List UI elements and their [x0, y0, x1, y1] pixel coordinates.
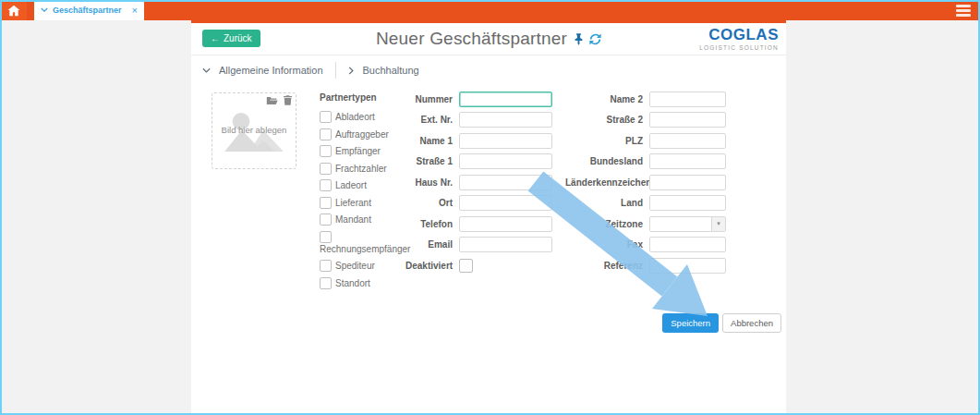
- email-input[interactable]: [459, 237, 552, 252]
- divider: [335, 62, 336, 79]
- ort-input[interactable]: [459, 195, 552, 211]
- field-label: Ort: [405, 198, 453, 208]
- checkbox[interactable]: [320, 197, 332, 209]
- nummer-input[interactable]: [459, 92, 552, 107]
- section-label: Buchhaltung: [363, 65, 419, 76]
- plz-input[interactable]: [649, 133, 726, 149]
- checkbox[interactable]: [320, 277, 332, 289]
- close-icon[interactable]: ×: [132, 6, 138, 16]
- checkbox[interactable]: [320, 214, 332, 226]
- name1-input[interactable]: [459, 133, 552, 149]
- form-column-left: Nummer Ext. Nr. Name 1 Straße 1 Haus Nr.…: [405, 89, 552, 276]
- fax-input[interactable]: [649, 237, 726, 252]
- field-label: Telefon: [405, 219, 453, 229]
- bundesland-input[interactable]: [649, 153, 726, 169]
- field-label: PLZ: [565, 136, 643, 146]
- page-title: Neuer Geschäftspartner: [376, 29, 567, 49]
- pin-icon[interactable]: [574, 33, 584, 45]
- tab-geschaeftspartner[interactable]: Geschäftspartner ×: [34, 0, 144, 20]
- logo-tagline: LOGISTIC SOLUTION: [699, 44, 779, 51]
- checkbox[interactable]: [320, 231, 332, 243]
- checkbox[interactable]: [320, 145, 332, 157]
- field-label: Länderkennzeichen: [565, 177, 643, 188]
- section-allgemeine-information[interactable]: Allgemeine Information: [202, 65, 323, 76]
- logo-text: COGLAS: [699, 27, 779, 44]
- section-buchhaltung[interactable]: Buchhaltung: [348, 65, 419, 76]
- checkbox[interactable]: [320, 128, 332, 140]
- panel-header: ← Zurück Neuer Geschäftspartner COGLAS L…: [191, 23, 786, 55]
- coglas-logo: COGLAS LOGISTIC SOLUTION: [699, 27, 779, 51]
- ext-nr-input[interactable]: [459, 112, 552, 128]
- zeitzone-select[interactable]: ▾: [649, 216, 726, 232]
- field-label: Email: [405, 239, 453, 250]
- home-icon: [7, 5, 20, 17]
- land-input[interactable]: [649, 195, 726, 211]
- top-navigation-bar: Geschäftspartner ×: [0, 0, 980, 20]
- chevron-down-icon: [202, 67, 211, 74]
- dropzone-text: Bild hier ablegen: [212, 125, 296, 135]
- deaktiviert-checkbox[interactable]: [459, 259, 473, 273]
- field-label: Straße 2: [565, 115, 643, 125]
- chevron-down-icon[interactable]: ▾: [711, 217, 725, 231]
- field-label: Name 2: [565, 94, 643, 104]
- strasse1-input[interactable]: [459, 153, 552, 169]
- field-label: Straße 1: [405, 156, 453, 166]
- name2-input[interactable]: [649, 92, 726, 107]
- field-label: Deaktiviert: [405, 261, 453, 271]
- chevron-down-icon[interactable]: [41, 7, 48, 13]
- home-button[interactable]: [0, 0, 27, 20]
- referenz-input[interactable]: [649, 258, 726, 274]
- cancel-button[interactable]: Abbrechen: [722, 313, 781, 333]
- back-button[interactable]: ← Zurück: [202, 30, 260, 47]
- folder-open-icon[interactable]: [266, 96, 278, 105]
- chevron-right-icon: [348, 67, 355, 75]
- checkbox[interactable]: [320, 179, 332, 191]
- checkbox[interactable]: [320, 163, 332, 175]
- section-tabs: Allgemeine Information Buchhaltung: [202, 60, 419, 80]
- telefon-input[interactable]: [459, 216, 552, 232]
- checkbox[interactable]: [320, 111, 332, 123]
- refresh-icon[interactable]: [589, 33, 601, 45]
- laenderkennzeichen-input[interactable]: [649, 175, 726, 190]
- field-label: Name 1: [405, 136, 453, 146]
- back-arrow-icon: ←: [211, 33, 220, 43]
- back-button-label: Zurück: [224, 33, 252, 43]
- field-label: Referenz: [565, 261, 643, 271]
- save-button[interactable]: Speichern: [662, 313, 719, 333]
- field-label: Zeitzone: [565, 219, 643, 229]
- field-label: Ext. Nr.: [405, 115, 453, 125]
- form-actions: Speichern Abbrechen: [662, 313, 781, 333]
- image-dropzone[interactable]: Bild hier ablegen: [212, 92, 296, 169]
- menu-icon[interactable]: [956, 5, 971, 17]
- section-label: Allgemeine Information: [219, 65, 323, 76]
- field-label: Land: [565, 198, 643, 208]
- hausnr-input[interactable]: [459, 175, 552, 190]
- main-content-panel: ← Zurück Neuer Geschäftspartner COGLAS L…: [191, 20, 786, 415]
- partner-type-standort[interactable]: Standort: [320, 277, 425, 289]
- strasse2-input[interactable]: [649, 112, 726, 128]
- field-label: Haus Nr.: [405, 177, 453, 188]
- form-column-right: Name 2 Straße 2 PLZ Bundesland Länderken…: [565, 89, 726, 276]
- checkbox[interactable]: [320, 260, 332, 272]
- tab-label: Geschäftspartner: [53, 6, 127, 15]
- field-label: Nummer: [405, 94, 453, 104]
- field-label: Fax: [565, 239, 643, 250]
- field-label: Bundesland: [565, 156, 643, 166]
- trash-icon[interactable]: [284, 95, 292, 105]
